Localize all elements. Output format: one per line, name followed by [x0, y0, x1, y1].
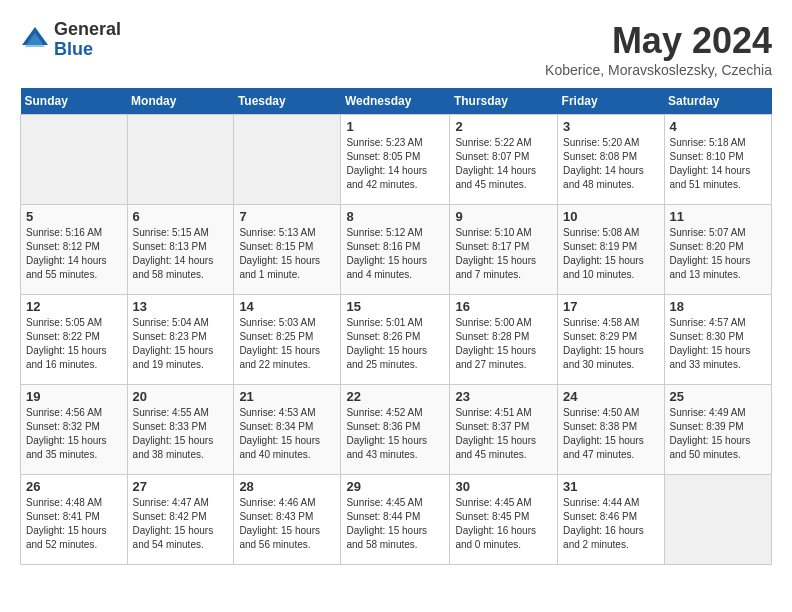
calendar-cell: 2Sunrise: 5:22 AM Sunset: 8:07 PM Daylig… — [450, 115, 558, 205]
weekday-header-monday: Monday — [127, 88, 234, 115]
weekday-header-wednesday: Wednesday — [341, 88, 450, 115]
day-number: 11 — [670, 209, 766, 224]
day-info: Sunrise: 4:56 AM Sunset: 8:32 PM Dayligh… — [26, 406, 122, 462]
weekday-header-row: SundayMondayTuesdayWednesdayThursdayFrid… — [21, 88, 772, 115]
calendar-cell — [21, 115, 128, 205]
calendar-cell: 3Sunrise: 5:20 AM Sunset: 8:08 PM Daylig… — [558, 115, 664, 205]
day-number: 8 — [346, 209, 444, 224]
day-number: 30 — [455, 479, 552, 494]
calendar-cell — [127, 115, 234, 205]
day-number: 17 — [563, 299, 658, 314]
calendar-cell: 21Sunrise: 4:53 AM Sunset: 8:34 PM Dayli… — [234, 385, 341, 475]
calendar-cell: 1Sunrise: 5:23 AM Sunset: 8:05 PM Daylig… — [341, 115, 450, 205]
day-info: Sunrise: 4:51 AM Sunset: 8:37 PM Dayligh… — [455, 406, 552, 462]
logo-blue: Blue — [54, 40, 121, 60]
calendar-cell: 7Sunrise: 5:13 AM Sunset: 8:15 PM Daylig… — [234, 205, 341, 295]
logo-icon — [20, 25, 50, 55]
calendar-cell: 17Sunrise: 4:58 AM Sunset: 8:29 PM Dayli… — [558, 295, 664, 385]
day-info: Sunrise: 4:52 AM Sunset: 8:36 PM Dayligh… — [346, 406, 444, 462]
day-info: Sunrise: 4:53 AM Sunset: 8:34 PM Dayligh… — [239, 406, 335, 462]
day-number: 29 — [346, 479, 444, 494]
calendar-cell — [234, 115, 341, 205]
day-number: 4 — [670, 119, 766, 134]
calendar-cell: 12Sunrise: 5:05 AM Sunset: 8:22 PM Dayli… — [21, 295, 128, 385]
day-info: Sunrise: 5:22 AM Sunset: 8:07 PM Dayligh… — [455, 136, 552, 192]
calendar-cell: 19Sunrise: 4:56 AM Sunset: 8:32 PM Dayli… — [21, 385, 128, 475]
weekday-header-friday: Friday — [558, 88, 664, 115]
calendar-cell: 30Sunrise: 4:45 AM Sunset: 8:45 PM Dayli… — [450, 475, 558, 565]
day-number: 9 — [455, 209, 552, 224]
day-number: 21 — [239, 389, 335, 404]
day-info: Sunrise: 4:45 AM Sunset: 8:44 PM Dayligh… — [346, 496, 444, 552]
day-number: 7 — [239, 209, 335, 224]
calendar-week-row: 19Sunrise: 4:56 AM Sunset: 8:32 PM Dayli… — [21, 385, 772, 475]
day-number: 12 — [26, 299, 122, 314]
page-header: General Blue May 2024 Koberice, Moravsko… — [20, 20, 772, 78]
month-year: May 2024 — [545, 20, 772, 62]
day-info: Sunrise: 5:00 AM Sunset: 8:28 PM Dayligh… — [455, 316, 552, 372]
calendar-cell: 6Sunrise: 5:15 AM Sunset: 8:13 PM Daylig… — [127, 205, 234, 295]
day-number: 5 — [26, 209, 122, 224]
logo-general: General — [54, 20, 121, 40]
calendar-cell: 10Sunrise: 5:08 AM Sunset: 8:19 PM Dayli… — [558, 205, 664, 295]
weekday-header-thursday: Thursday — [450, 88, 558, 115]
calendar-cell: 27Sunrise: 4:47 AM Sunset: 8:42 PM Dayli… — [127, 475, 234, 565]
day-info: Sunrise: 5:20 AM Sunset: 8:08 PM Dayligh… — [563, 136, 658, 192]
calendar-cell: 14Sunrise: 5:03 AM Sunset: 8:25 PM Dayli… — [234, 295, 341, 385]
calendar-cell: 29Sunrise: 4:45 AM Sunset: 8:44 PM Dayli… — [341, 475, 450, 565]
weekday-header-tuesday: Tuesday — [234, 88, 341, 115]
calendar-cell: 9Sunrise: 5:10 AM Sunset: 8:17 PM Daylig… — [450, 205, 558, 295]
day-number: 19 — [26, 389, 122, 404]
day-info: Sunrise: 5:05 AM Sunset: 8:22 PM Dayligh… — [26, 316, 122, 372]
calendar-cell: 13Sunrise: 5:04 AM Sunset: 8:23 PM Dayli… — [127, 295, 234, 385]
calendar-cell: 15Sunrise: 5:01 AM Sunset: 8:26 PM Dayli… — [341, 295, 450, 385]
day-info: Sunrise: 4:57 AM Sunset: 8:30 PM Dayligh… — [670, 316, 766, 372]
calendar-cell: 18Sunrise: 4:57 AM Sunset: 8:30 PM Dayli… — [664, 295, 771, 385]
day-info: Sunrise: 5:16 AM Sunset: 8:12 PM Dayligh… — [26, 226, 122, 282]
calendar-week-row: 1Sunrise: 5:23 AM Sunset: 8:05 PM Daylig… — [21, 115, 772, 205]
day-number: 18 — [670, 299, 766, 314]
calendar-cell: 24Sunrise: 4:50 AM Sunset: 8:38 PM Dayli… — [558, 385, 664, 475]
day-info: Sunrise: 5:15 AM Sunset: 8:13 PM Dayligh… — [133, 226, 229, 282]
calendar-cell: 8Sunrise: 5:12 AM Sunset: 8:16 PM Daylig… — [341, 205, 450, 295]
day-info: Sunrise: 5:23 AM Sunset: 8:05 PM Dayligh… — [346, 136, 444, 192]
day-number: 23 — [455, 389, 552, 404]
day-info: Sunrise: 4:46 AM Sunset: 8:43 PM Dayligh… — [239, 496, 335, 552]
day-info: Sunrise: 4:47 AM Sunset: 8:42 PM Dayligh… — [133, 496, 229, 552]
day-number: 10 — [563, 209, 658, 224]
day-info: Sunrise: 5:03 AM Sunset: 8:25 PM Dayligh… — [239, 316, 335, 372]
day-number: 24 — [563, 389, 658, 404]
day-info: Sunrise: 5:10 AM Sunset: 8:17 PM Dayligh… — [455, 226, 552, 282]
day-number: 25 — [670, 389, 766, 404]
day-number: 1 — [346, 119, 444, 134]
day-info: Sunrise: 4:44 AM Sunset: 8:46 PM Dayligh… — [563, 496, 658, 552]
calendar-cell: 16Sunrise: 5:00 AM Sunset: 8:28 PM Dayli… — [450, 295, 558, 385]
day-number: 20 — [133, 389, 229, 404]
weekday-header-saturday: Saturday — [664, 88, 771, 115]
day-number: 31 — [563, 479, 658, 494]
day-info: Sunrise: 5:08 AM Sunset: 8:19 PM Dayligh… — [563, 226, 658, 282]
day-number: 3 — [563, 119, 658, 134]
day-number: 16 — [455, 299, 552, 314]
calendar-cell: 25Sunrise: 4:49 AM Sunset: 8:39 PM Dayli… — [664, 385, 771, 475]
day-number: 13 — [133, 299, 229, 314]
title-area: May 2024 Koberice, Moravskoslezsky, Czec… — [545, 20, 772, 78]
day-number: 26 — [26, 479, 122, 494]
calendar-cell: 22Sunrise: 4:52 AM Sunset: 8:36 PM Dayli… — [341, 385, 450, 475]
day-info: Sunrise: 4:45 AM Sunset: 8:45 PM Dayligh… — [455, 496, 552, 552]
day-info: Sunrise: 4:48 AM Sunset: 8:41 PM Dayligh… — [26, 496, 122, 552]
calendar-cell: 26Sunrise: 4:48 AM Sunset: 8:41 PM Dayli… — [21, 475, 128, 565]
calendar-cell: 5Sunrise: 5:16 AM Sunset: 8:12 PM Daylig… — [21, 205, 128, 295]
calendar-cell: 31Sunrise: 4:44 AM Sunset: 8:46 PM Dayli… — [558, 475, 664, 565]
day-info: Sunrise: 5:13 AM Sunset: 8:15 PM Dayligh… — [239, 226, 335, 282]
day-info: Sunrise: 5:07 AM Sunset: 8:20 PM Dayligh… — [670, 226, 766, 282]
day-info: Sunrise: 4:58 AM Sunset: 8:29 PM Dayligh… — [563, 316, 658, 372]
day-info: Sunrise: 5:18 AM Sunset: 8:10 PM Dayligh… — [670, 136, 766, 192]
day-info: Sunrise: 5:01 AM Sunset: 8:26 PM Dayligh… — [346, 316, 444, 372]
calendar-week-row: 12Sunrise: 5:05 AM Sunset: 8:22 PM Dayli… — [21, 295, 772, 385]
calendar-table: SundayMondayTuesdayWednesdayThursdayFrid… — [20, 88, 772, 565]
day-info: Sunrise: 4:49 AM Sunset: 8:39 PM Dayligh… — [670, 406, 766, 462]
day-number: 22 — [346, 389, 444, 404]
day-number: 28 — [239, 479, 335, 494]
day-number: 27 — [133, 479, 229, 494]
